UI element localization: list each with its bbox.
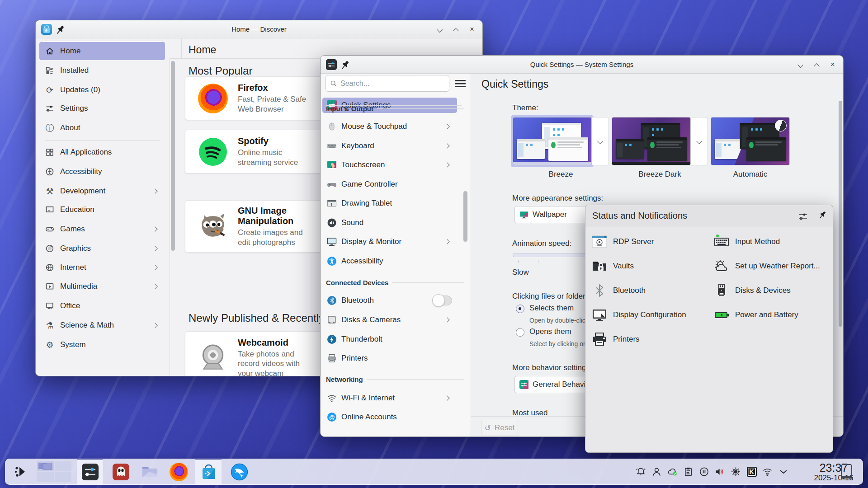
popup-item-vaults[interactable]: Vaults — [592, 258, 634, 274]
sidebar-item-settings[interactable]: Settings — [39, 99, 165, 117]
sidebar-item-display-monitor[interactable]: Display & Monitor — [322, 234, 457, 250]
sidebar-item-touchscreen[interactable]: Touchscreen — [322, 157, 457, 173]
close-button[interactable]: × — [830, 61, 836, 68]
radio-selects-sublabel: Open by double-click — [529, 317, 589, 324]
sidebar-item-thunderbolt[interactable]: Thunderbolt — [322, 331, 457, 347]
settings-content-scrollbar[interactable] — [839, 101, 842, 327]
sidebar-item-sound[interactable]: Sound — [322, 215, 457, 231]
grid-icon — [39, 148, 60, 157]
sidebar-item-installed[interactable]: Installed — [39, 61, 165, 80]
sidebar-item-internet[interactable]: Internet — [39, 258, 165, 277]
status-notifications-popup: Status and Notifications RDP Server Vaul… — [585, 205, 833, 453]
popup-item-weather[interactable]: Set up Weather Report... — [714, 258, 820, 274]
user-icon[interactable] — [651, 467, 662, 477]
sidebar-item-all-applications[interactable]: All Applications — [39, 143, 165, 161]
settings-sidebar-scrollbar[interactable] — [463, 191, 467, 242]
thunderbolt-icon — [322, 334, 341, 344]
theme-breeze-dark-dropdown[interactable] — [691, 117, 708, 165]
sidebar-item-updates[interactable]: ⟳ Updates (0) — [39, 81, 165, 99]
hamburger-menu-icon[interactable] — [454, 79, 466, 88]
sidebar-item-development[interactable]: ⚒ Development — [39, 182, 165, 200]
tray-expander-chevron-icon[interactable] — [778, 467, 788, 477]
task-ghostwriter[interactable] — [108, 459, 134, 484]
maximize-button[interactable] — [813, 61, 820, 68]
pin-icon[interactable] — [340, 59, 351, 71]
popup-item-printers[interactable]: Printers — [592, 332, 640, 347]
sidebar-item-system[interactable]: ⚙ System — [39, 336, 165, 354]
app-launcher-button[interactable] — [9, 459, 33, 484]
theme-breeze-dropdown[interactable] — [592, 117, 609, 165]
radio-opens-sublabel: Select by clicking on i — [529, 340, 590, 347]
discover-titlebar[interactable]: Home — Discover × — [36, 20, 482, 38]
minimize-button[interactable] — [436, 26, 443, 33]
theme-thumbnail-automatic[interactable] — [711, 117, 790, 165]
wifi-tray-icon[interactable] — [762, 467, 773, 477]
task-falkon[interactable] — [226, 459, 252, 484]
brightness-icon[interactable] — [731, 467, 741, 477]
task-system-settings[interactable] — [77, 459, 103, 484]
cloud-sync-icon[interactable] — [667, 467, 678, 477]
pin-icon[interactable] — [55, 23, 66, 36]
sidebar-item-home[interactable]: Home — [39, 42, 165, 60]
popup-item-display-configuration[interactable]: Display Configuration — [592, 307, 686, 323]
clicking-label: Clicking files or folders: — [512, 292, 591, 301]
configure-icon[interactable] — [798, 211, 808, 221]
task-dolphin[interactable] — [137, 459, 163, 484]
popup-item-rdp-server[interactable]: RDP Server — [592, 234, 654, 249]
sidebar-item-accessibility[interactable]: Accessibility — [322, 253, 457, 269]
wallpaper-button[interactable]: Wallpaper — [514, 206, 592, 223]
sidebar-item-science-math[interactable]: ⚗ Science & Math — [39, 316, 165, 334]
reset-button[interactable]: ↺ Reset — [481, 420, 518, 436]
sidebar-item-about[interactable]: ⓘ About — [39, 119, 165, 137]
minimize-button[interactable] — [797, 61, 803, 68]
sidebar-item-disks-cameras[interactable]: Disks & Cameras — [322, 312, 457, 328]
sidebar-item-online-accounts[interactable]: @ Online Accounts — [322, 409, 457, 425]
discover-scrollbar[interactable] — [171, 61, 175, 251]
office-icon — [39, 301, 60, 310]
sidebar-item-wifi-internet[interactable]: Wi-Fi & Internet — [322, 390, 457, 406]
sidebar-item-drawing-tablet[interactable]: Drawing Tablet — [322, 195, 457, 211]
installed-icon — [39, 66, 60, 75]
task-discover[interactable] — [195, 459, 222, 484]
settings-search-input[interactable]: Search... — [326, 75, 449, 92]
task-firefox[interactable] — [165, 459, 192, 484]
sidebar-item-games[interactable]: Games — [39, 220, 165, 238]
volume-icon[interactable] — [715, 467, 725, 477]
multimedia-icon — [39, 282, 60, 291]
sidebar-item-multimedia[interactable]: Multimedia — [39, 277, 165, 296]
popup-item-power-battery[interactable]: Power and Battery — [714, 307, 798, 323]
sidebar-item-accessibility[interactable]: Accessibility — [39, 163, 165, 181]
sidebar-item-game-controller[interactable]: Game Controller — [322, 176, 457, 192]
pager-icon — [37, 461, 71, 482]
popup-item-bluetooth[interactable]: Bluetooth — [592, 283, 646, 298]
battery-icon — [714, 307, 729, 323]
falkon-icon — [230, 463, 249, 481]
radio-opens-them[interactable] — [516, 328, 524, 337]
settings-titlebar[interactable]: Quick Settings — System Settings × — [321, 56, 843, 74]
sidebar-item-keyboard[interactable]: Keyboard — [322, 138, 457, 154]
notifications-bell-icon[interactable] — [636, 467, 646, 477]
section-header-connected-devices: Connected Devices — [326, 279, 464, 286]
sidebar-item-education[interactable]: Education — [39, 201, 165, 219]
clipboard-icon[interactable] — [683, 467, 693, 477]
settings-page-title: Quick Settings — [481, 78, 548, 90]
radio-selects-them[interactable] — [516, 305, 524, 313]
sidebar-item-printers[interactable]: Printers — [322, 350, 457, 366]
theme-thumbnail-breeze-dark[interactable] — [612, 117, 691, 165]
slider-tick — [578, 260, 578, 263]
sidebar-separator — [45, 140, 160, 141]
close-button[interactable]: × — [469, 26, 475, 33]
popup-item-input-method[interactable]: Input Method — [714, 234, 780, 249]
sidebar-item-office[interactable]: Office — [39, 297, 165, 315]
k-badge-icon[interactable]: K — [746, 467, 757, 477]
maximize-button[interactable] — [453, 26, 459, 33]
theme-thumbnail-breeze[interactable] — [513, 117, 592, 165]
bluetooth-toggle[interactable] — [432, 296, 452, 305]
sidebar-item-graphics[interactable]: Graphics — [39, 239, 165, 258]
show-desktop-button[interactable] — [841, 464, 852, 479]
sidebar-item-mouse-touchpad[interactable]: Mouse & Touchpad — [322, 118, 457, 135]
dolphin-folder-icon — [141, 463, 159, 481]
popup-item-disks-devices[interactable]: Disks & Devices — [714, 283, 791, 298]
virtual-desktop-pager[interactable] — [36, 459, 72, 484]
media-pause-icon[interactable] — [699, 467, 709, 477]
